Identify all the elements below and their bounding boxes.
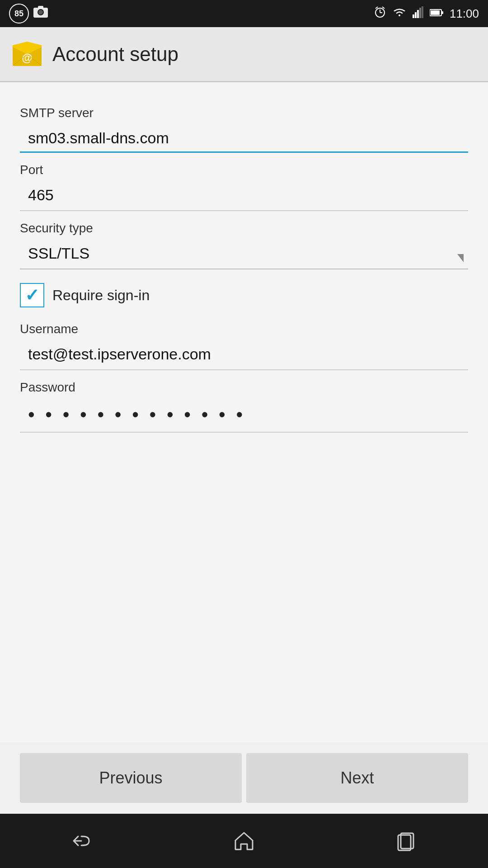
username-field-group: Username test@test.ipserverone.com	[20, 312, 468, 370]
recents-button[interactable]	[389, 823, 425, 859]
svg-line-8	[382, 7, 385, 9]
photo-icon	[33, 6, 48, 21]
svg-rect-13	[422, 6, 423, 18]
battery-icon	[430, 8, 443, 19]
security-dropdown[interactable]: SSL/TLS	[20, 240, 468, 269]
home-button[interactable]	[226, 823, 262, 859]
page-title: Account setup	[52, 43, 178, 66]
password-input[interactable]: • • • • • • • • • • • • •	[20, 399, 468, 433]
require-signin-row[interactable]: ✓ Require sign-in	[20, 283, 468, 307]
previous-button[interactable]: Previous	[20, 753, 242, 803]
username-label: Username	[20, 322, 468, 336]
checkmark-icon: ✓	[25, 287, 39, 304]
security-value: SSL/TLS	[20, 240, 468, 269]
svg-rect-3	[38, 6, 43, 9]
require-signin-checkbox[interactable]: ✓	[20, 283, 44, 307]
main-content: SMTP server sm03.small-dns.com Port 465 …	[0, 82, 488, 742]
port-input-container: 465	[20, 182, 468, 211]
svg-line-7	[375, 7, 378, 9]
port-field-group: Port 465	[20, 153, 468, 211]
svg-rect-15	[431, 10, 440, 15]
require-signin-label: Require sign-in	[52, 287, 150, 304]
app-icon: @	[11, 38, 43, 71]
password-input-container: • • • • • • • • • • • • •	[20, 399, 468, 433]
svg-rect-16	[441, 11, 443, 14]
svg-rect-12	[419, 8, 421, 18]
security-field-group: Security type SSL/TLS	[20, 211, 468, 269]
status-right: 11:00	[374, 6, 479, 21]
alarm-icon	[374, 6, 386, 21]
svg-rect-9	[413, 14, 414, 18]
dropdown-arrow-icon	[457, 254, 464, 262]
svg-point-2	[38, 10, 43, 14]
status-bar: 85	[0, 0, 488, 27]
svg-text:@: @	[22, 52, 32, 64]
smtp-input-container: sm03.small-dns.com	[20, 125, 468, 153]
status-time: 11:00	[450, 7, 479, 21]
app-header: @ Account setup	[0, 27, 488, 81]
content-spacer	[20, 433, 468, 742]
smtp-input[interactable]: sm03.small-dns.com	[20, 125, 468, 153]
signal-icon	[413, 6, 423, 21]
notification-badge: 85	[9, 4, 29, 24]
buttons-area: Previous Next	[0, 742, 488, 814]
wifi-icon	[393, 7, 406, 20]
port-input[interactable]: 465	[20, 182, 468, 211]
nav-bar	[0, 814, 488, 868]
username-input-container: test@test.ipserverone.com	[20, 341, 468, 370]
username-input[interactable]: test@test.ipserverone.com	[20, 341, 468, 370]
password-field-group: Password • • • • • • • • • • • • •	[20, 370, 468, 433]
port-label: Port	[20, 163, 468, 177]
status-left: 85	[9, 4, 48, 24]
security-label: Security type	[20, 221, 468, 236]
back-button[interactable]	[63, 823, 99, 859]
next-button[interactable]: Next	[246, 753, 468, 803]
svg-rect-10	[415, 12, 417, 18]
svg-rect-11	[417, 10, 419, 18]
smtp-label: SMTP server	[20, 106, 468, 120]
password-label: Password	[20, 380, 468, 395]
smtp-field-group: SMTP server sm03.small-dns.com	[20, 96, 468, 153]
